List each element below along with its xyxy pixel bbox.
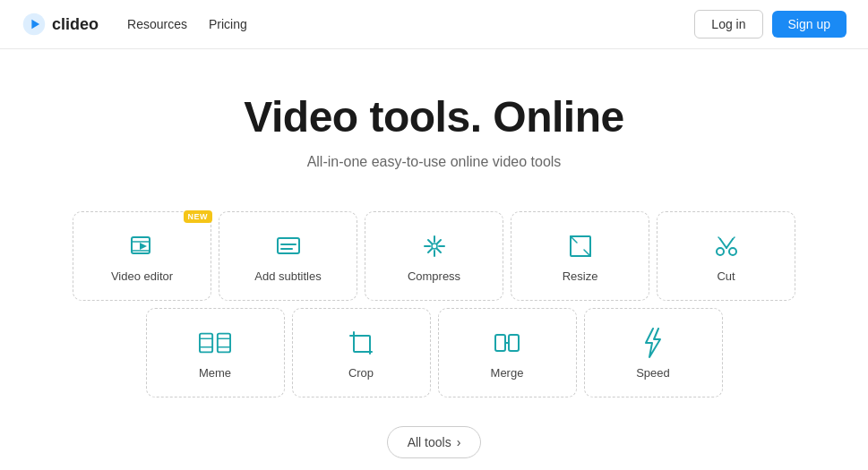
logo[interactable]: clideo	[21, 12, 99, 37]
tool-video-editor-label: Video editor	[111, 269, 173, 283]
tool-cut[interactable]: Cut	[657, 211, 795, 301]
nav-actions: Log in Sign up	[694, 10, 847, 38]
tool-meme-label: Meme	[199, 366, 231, 380]
nav-link-pricing[interactable]: Pricing	[209, 17, 247, 31]
speed-icon	[637, 327, 669, 359]
tool-meme[interactable]: Meme	[146, 308, 285, 397]
cut-icon	[710, 230, 743, 262]
all-tools-label: All tools	[408, 435, 451, 449]
merge-icon	[491, 327, 523, 359]
hero-subtitle: All-in-one easy-to-use online video tool…	[18, 154, 850, 170]
nav-links: Resources Pricing	[127, 17, 694, 31]
nav-link-resources[interactable]: Resources	[127, 17, 187, 31]
svg-line-14	[437, 249, 441, 252]
tool-resize-label: Resize	[563, 269, 598, 283]
login-button[interactable]: Log in	[694, 10, 762, 38]
tool-add-subtitles-label: Add subtitles	[254, 269, 321, 283]
tool-resize[interactable]: Resize	[511, 211, 649, 301]
svg-point-21	[717, 248, 724, 255]
svg-marker-3	[140, 243, 147, 250]
new-badge: NEW	[184, 210, 213, 223]
svg-line-16	[428, 249, 432, 252]
svg-rect-33	[354, 336, 370, 352]
tool-merge-label: Merge	[491, 366, 524, 380]
tool-merge[interactable]: Merge	[438, 308, 577, 397]
svg-line-23	[720, 239, 726, 248]
tools-section: NEW Video editor Add subtitles	[0, 192, 868, 410]
all-tools-button[interactable]: All tools ›	[387, 426, 482, 458]
all-tools-arrow-icon: ›	[457, 435, 461, 449]
logo-icon	[21, 12, 47, 37]
svg-rect-27	[200, 333, 212, 352]
tool-crop-label: Crop	[348, 366, 374, 380]
tools-row-1: NEW Video editor Add subtitles	[69, 208, 799, 304]
logo-text: clideo	[52, 15, 99, 34]
hero-title: Video tools. Online	[18, 92, 850, 141]
svg-line-20	[584, 250, 590, 256]
tool-speed[interactable]: Speed	[584, 308, 723, 397]
svg-line-15	[437, 240, 441, 244]
svg-point-22	[729, 248, 736, 255]
resize-icon	[564, 230, 597, 262]
all-tools-wrap: All tools ›	[0, 426, 868, 458]
tool-video-editor[interactable]: NEW Video editor	[73, 211, 211, 301]
hero-section: Video tools. Online All-in-one easy-to-u…	[0, 49, 868, 192]
tool-cut-label: Cut	[717, 269, 735, 283]
svg-line-13	[428, 240, 432, 244]
tools-row-2: Meme Crop	[142, 304, 726, 401]
video-editor-icon	[126, 230, 159, 262]
meme-icon	[199, 327, 231, 359]
signup-button[interactable]: Sign up	[772, 11, 847, 38]
crop-icon	[345, 327, 377, 359]
tool-crop[interactable]: Crop	[292, 308, 431, 397]
tool-compress[interactable]: Compress	[365, 211, 503, 301]
svg-rect-6	[278, 238, 299, 253]
svg-line-24	[726, 239, 733, 248]
svg-line-26	[733, 237, 735, 239]
tool-add-subtitles[interactable]: Add subtitles	[219, 211, 357, 301]
svg-rect-39	[509, 335, 519, 351]
svg-line-19	[571, 236, 577, 243]
tool-speed-label: Speed	[636, 366, 670, 380]
svg-rect-28	[218, 333, 230, 352]
svg-point-17	[432, 244, 437, 249]
svg-line-25	[718, 237, 720, 239]
compress-icon	[418, 230, 451, 262]
add-subtitles-icon	[272, 230, 305, 262]
svg-rect-38	[495, 335, 505, 351]
tool-compress-label: Compress	[408, 269, 460, 283]
